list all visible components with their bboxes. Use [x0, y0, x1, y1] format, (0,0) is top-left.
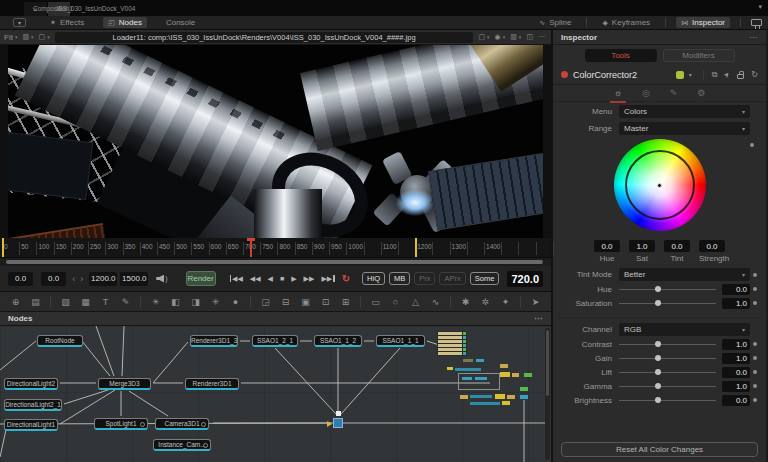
node-DirectionalLight2[interactable]: DirectionalLight2	[4, 378, 58, 390]
mattecontrol-tool-icon[interactable]: ▣	[300, 297, 311, 307]
audio-icon[interactable]: )	[156, 275, 167, 283]
node-enable-indicator[interactable]	[561, 71, 568, 78]
channelbool-tool-icon[interactable]: ⊡	[320, 297, 331, 307]
ranges-tab-icon[interactable]: ◎	[640, 86, 652, 100]
fast-reverse-button[interactable]: ◀◀	[250, 275, 261, 283]
slider-thumb[interactable]	[655, 341, 661, 347]
channel-dropdown[interactable]: RGB▾	[619, 323, 750, 336]
global-end-field[interactable]: 1500.0	[120, 272, 148, 286]
inspector-menu-icon[interactable]: ⋯	[749, 33, 758, 42]
play-button[interactable]: ▶	[291, 275, 296, 283]
bspline-mask-icon[interactable]: ∿	[430, 297, 441, 307]
fast-forward-button[interactable]: ▶▶	[304, 275, 315, 283]
range-dropdown[interactable]: Master▾	[619, 122, 750, 135]
mode-prx-button[interactable]: Prx	[414, 272, 435, 285]
background-tool-icon[interactable]: ▧	[60, 297, 71, 307]
viewer-option-dropdown[interactable]: ▢▾	[39, 33, 50, 41]
gamma-slider[interactable]	[619, 381, 716, 391]
keyframe-dot[interactable]	[750, 287, 760, 291]
saturation-value-field[interactable]: 1.0	[722, 298, 750, 309]
tab-modifiers[interactable]: Modifiers	[663, 49, 735, 62]
channel-select[interactable]: ◉▾	[495, 33, 506, 41]
merge-tool-icon[interactable]: ◲	[260, 297, 271, 307]
router-input-port[interactable]	[327, 421, 332, 427]
keyframe-dot[interactable]	[750, 398, 760, 402]
contrast-slider[interactable]	[619, 339, 716, 349]
lift-slider[interactable]	[619, 367, 716, 377]
gain-value-field[interactable]: 1.0	[722, 353, 750, 364]
buffer-select[interactable]: ▢▾	[478, 33, 489, 41]
strength-value-field[interactable]: 0.0	[699, 240, 725, 252]
more-tools-icon[interactable]: ➤	[530, 297, 541, 307]
transform-tool-icon[interactable]: ⊞	[340, 297, 351, 307]
slider-thumb[interactable]	[655, 369, 661, 375]
split-view-toggle[interactable]: ◫	[526, 33, 533, 41]
colorcorrector-tool-icon[interactable]: ☀	[150, 297, 161, 307]
lift-value-field[interactable]: 0.0	[722, 367, 750, 378]
paint-tool-icon[interactable]: ✎	[120, 297, 131, 307]
prender-tool-icon[interactable]: ✦	[500, 297, 511, 307]
node-SSAO1_2_1[interactable]: SSAO1_2_1	[252, 335, 298, 347]
keyframe-dot[interactable]	[750, 356, 760, 360]
loader-tool-icon[interactable]: ⊕	[10, 297, 21, 307]
reset-all-color-changes-button[interactable]: Reset All Color Changes	[561, 442, 758, 457]
colorcurves-tool-icon[interactable]: ◧	[170, 297, 181, 307]
mode-some-button[interactable]: Some	[470, 272, 500, 285]
node-Merge3D3[interactable]: Merge3D3	[98, 378, 151, 390]
brightness-slider[interactable]	[619, 395, 716, 405]
node-DirectionalLight2_1[interactable]: DirectionalLight2_1	[4, 399, 62, 411]
menu-dropdown[interactable]: Colors▾	[619, 105, 750, 118]
node-Camera3D1[interactable]: Camera3D1	[155, 418, 209, 430]
fit-dropdown[interactable]: Fit ▾	[4, 33, 17, 42]
particles-tool-icon[interactable]: ✱	[460, 297, 471, 307]
router-output-port[interactable]	[336, 411, 341, 416]
gamma-value-field[interactable]: 1.0	[722, 381, 750, 392]
node-Instance_Cam[interactable]: Instance_Cam...	[153, 439, 211, 451]
polygon-mask-icon[interactable]: △	[410, 297, 421, 307]
tint-mode-dropdown[interactable]: Better▾	[619, 268, 750, 281]
copy-settings-icon[interactable]: ⧉	[712, 70, 718, 80]
slider-thumb[interactable]	[655, 355, 661, 361]
saver-tool-icon[interactable]: ▤	[30, 297, 41, 307]
stop-button[interactable]: ■	[280, 275, 284, 282]
chevron-down-icon[interactable]: ▾	[689, 71, 692, 78]
node-SpotLight1[interactable]: SpotLight1	[94, 418, 148, 430]
color-wheel[interactable]	[614, 139, 706, 231]
slider-thumb[interactable]	[655, 397, 661, 403]
contrast-value-field[interactable]: 1.0	[722, 339, 750, 350]
mode-hiq-button[interactable]: HiQ	[362, 272, 385, 285]
node-SSAO1_1_2[interactable]: SSAO1_1_2	[314, 335, 362, 347]
node-RootNode[interactable]: RootNode	[37, 335, 83, 347]
slider-thumb[interactable]	[655, 383, 661, 389]
step-forward-icon[interactable]: ›	[80, 274, 83, 284]
pipe-router-node[interactable]	[333, 418, 343, 428]
nodes-scrollbar-thumb[interactable]	[546, 330, 549, 396]
mode-aprx-button[interactable]: APrx	[439, 272, 465, 285]
current-frame-field[interactable]: 720.0	[507, 271, 543, 287]
play-reverse-button[interactable]: ◀	[268, 275, 273, 283]
huecurves-tool-icon[interactable]: ◨	[190, 297, 201, 307]
node-DirectionalLight1[interactable]: DirectionalLight1	[4, 419, 58, 431]
playhead-cap[interactable]	[247, 238, 255, 241]
viewer-lut-dropdown[interactable]: ▥▾	[22, 33, 33, 41]
options-tab-icon[interactable]: ⚙	[695, 86, 707, 100]
sat-value-field[interactable]: 1.0	[629, 240, 655, 252]
suppress-tab-icon[interactable]: ✎	[668, 86, 680, 100]
jump-end-button[interactable]: ▶▶	[321, 275, 334, 283]
toolbar-item-nodes[interactable]: ◰Nodes	[103, 17, 147, 28]
node-tile-color-swatch[interactable]	[676, 71, 684, 79]
clean-feed-icon[interactable]	[751, 19, 762, 26]
blur-tool-icon[interactable]: ●	[230, 297, 241, 307]
text-tool-icon[interactable]: T	[100, 297, 111, 307]
viewer-menu[interactable]: ⋯	[538, 33, 545, 41]
reset-icon[interactable]: ↻	[751, 70, 758, 79]
composition-tab[interactable]: Composition1×	[24, 2, 48, 16]
node-graph[interactable]: RootNodeDirectionalLight2DirectionalLigh…	[0, 326, 551, 462]
hue-value-field[interactable]: 0.0	[722, 284, 750, 295]
keyframe-dot[interactable]	[750, 273, 760, 277]
timeline-scrollbar-thumb[interactable]	[6, 260, 543, 264]
window-menu-icon[interactable]: ▾	[758, 3, 762, 11]
node-Renderer3D1_3[interactable]: Renderer3D1_3	[190, 335, 238, 347]
correction-tab-icon[interactable]: ☼	[612, 86, 624, 100]
keyframe-dot[interactable]	[750, 301, 760, 305]
